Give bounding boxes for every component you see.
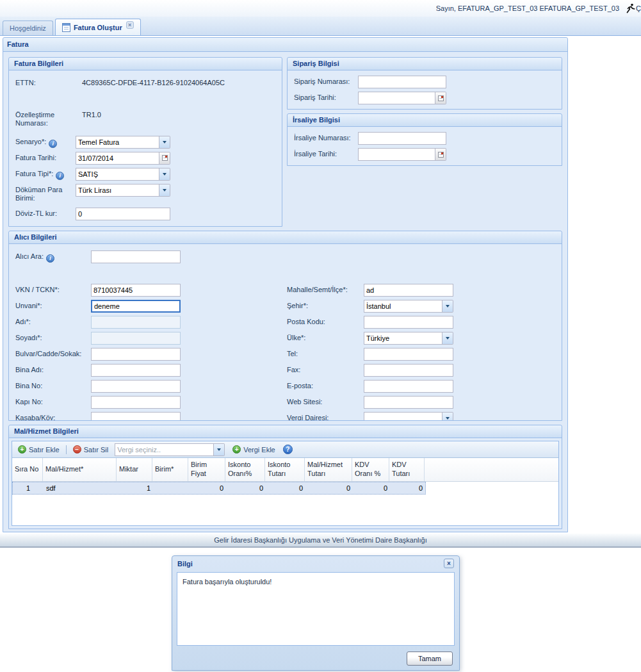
- invoice-date-field[interactable]: [76, 152, 170, 165]
- info-dialog-header: Bilgi ×: [172, 556, 459, 571]
- delete-row-button[interactable]: − Satır Sil: [70, 444, 111, 455]
- title-label: Unvani*:: [15, 300, 91, 310]
- column-header-iskonto-tutari[interactable]: Iskonto Tutarı: [265, 458, 305, 481]
- logout-running-person-icon[interactable]: [626, 3, 636, 13]
- building-no-input[interactable]: [91, 380, 181, 393]
- currency-select-value[interactable]: [76, 184, 159, 197]
- country-label: Ülke*:: [287, 332, 364, 342]
- tax-office-select[interactable]: [364, 412, 453, 421]
- building-name-input[interactable]: [91, 364, 181, 377]
- logout-label[interactable]: Çıkış: [636, 4, 641, 12]
- scenario-info-icon[interactable]: i: [49, 140, 57, 148]
- cell-miktar: 1: [120, 484, 150, 492]
- cell-mal-hizmet-tutari: 0: [308, 484, 350, 492]
- column-header-mal-hizmet-tutari[interactable]: Mal/Hizmet Tutarı: [305, 458, 352, 481]
- country-select[interactable]: [364, 332, 453, 345]
- dialog-close-icon[interactable]: ×: [444, 559, 454, 568]
- customization-number-value: TR1.0: [76, 109, 101, 119]
- scenario-select[interactable]: [76, 136, 170, 149]
- phone-input[interactable]: [364, 348, 453, 361]
- column-header-birim[interactable]: Birim*: [152, 458, 188, 481]
- section-invoice-info: Fatura Bilgileri ETTN: 4C89365C-DFDE-411…: [8, 57, 282, 227]
- last-name-input[interactable]: [91, 332, 181, 345]
- district-label: Mahalle/Semt/İlçe*:: [287, 284, 364, 294]
- currency-label: Döküman Para Birimi:: [15, 184, 76, 202]
- cell-kdv-tutari: 0: [393, 484, 423, 492]
- tax-dropdown-trigger[interactable]: [214, 443, 225, 456]
- column-header-birim-fiyat[interactable]: Birim Fiyat: [188, 458, 225, 481]
- first-name-input[interactable]: [91, 316, 181, 329]
- tab-create-invoice[interactable]: Fatura Oluştur ×: [55, 19, 141, 35]
- order-date-field[interactable]: [358, 92, 446, 104]
- invoice-type-select[interactable]: [76, 168, 170, 181]
- district-input[interactable]: [364, 284, 453, 297]
- panel-title: Fatura: [3, 38, 567, 52]
- website-input[interactable]: [364, 396, 453, 409]
- invoice-type-info-icon[interactable]: i: [56, 172, 64, 180]
- door-no-input[interactable]: [91, 396, 181, 409]
- user-greeting: Sayın, EFATURA_GP_TEST_03 EFATURA_GP_TES…: [436, 4, 619, 12]
- section-order-info: Sipariş Bilgisi Sipariş Numarası: Sipari…: [287, 57, 562, 110]
- scenario-dropdown-trigger[interactable]: [159, 136, 170, 149]
- invoice-date-input[interactable]: [76, 152, 159, 165]
- invoice-type-select-value[interactable]: [76, 168, 159, 181]
- column-header-miktar[interactable]: Miktar: [117, 458, 152, 481]
- dispatch-number-input[interactable]: [358, 132, 446, 145]
- order-date-input[interactable]: [358, 92, 435, 104]
- cell-sira-no: 1: [15, 484, 41, 492]
- city-select-value[interactable]: [364, 300, 442, 313]
- cell-birim-fiyat: 0: [191, 484, 223, 492]
- buyer-search-info-icon[interactable]: i: [46, 254, 54, 263]
- chevron-down-icon: [446, 417, 450, 420]
- tax-office-select-value[interactable]: [364, 412, 442, 421]
- section-dispatch-info: İrsaliye Bilgisi İrsaliye Numarası: İrsa…: [287, 113, 562, 166]
- add-row-button[interactable]: + Satır Ekle: [15, 444, 62, 455]
- column-header-mal-hizmet[interactable]: Mal/Hizmet*: [43, 458, 117, 481]
- ok-button[interactable]: Tamam: [407, 652, 453, 666]
- town-village-input[interactable]: [91, 412, 181, 421]
- column-header-kdv-orani[interactable]: KDV Oranı %: [352, 458, 389, 481]
- chevron-down-icon: [446, 337, 450, 340]
- order-number-input[interactable]: [358, 76, 446, 88]
- dispatch-date-field[interactable]: [358, 148, 446, 161]
- column-header-iskonto-orani[interactable]: Iskonto Oranı%: [225, 458, 265, 481]
- currency-dropdown-trigger[interactable]: [159, 184, 170, 197]
- country-dropdown-trigger[interactable]: [442, 332, 453, 345]
- fax-input[interactable]: [364, 364, 453, 377]
- title-input[interactable]: [91, 300, 181, 313]
- dispatch-date-picker-trigger[interactable]: [435, 148, 446, 161]
- remove-icon: −: [73, 445, 81, 454]
- invoice-type-label: Fatura Tipi*:i: [15, 168, 76, 180]
- tax-select-input[interactable]: [115, 443, 214, 456]
- dispatch-date-input[interactable]: [358, 148, 435, 161]
- exchange-rate-label: Döviz-TL kur:: [15, 208, 76, 218]
- exchange-rate-input[interactable]: [76, 208, 170, 220]
- city-dropdown-trigger[interactable]: [442, 300, 453, 313]
- section-dispatch-info-title: İrsaliye Bilgisi: [288, 114, 562, 127]
- postal-code-input[interactable]: [364, 316, 453, 329]
- town-village-label: Kasaba/Köy:: [15, 412, 91, 421]
- buyer-search-input[interactable]: [91, 250, 181, 263]
- email-input[interactable]: [364, 380, 453, 393]
- country-select-value[interactable]: [364, 332, 442, 345]
- add-tax-button[interactable]: + Vergi Ekle: [230, 444, 278, 455]
- table-row[interactable]: 1 sdf 1 0 0 0 0 0 0: [12, 482, 426, 495]
- invoice-date-picker-trigger[interactable]: [159, 152, 170, 165]
- help-icon[interactable]: ?: [283, 445, 293, 454]
- tab-close-icon[interactable]: ×: [126, 21, 134, 29]
- currency-select[interactable]: [76, 184, 170, 197]
- order-date-picker-trigger[interactable]: [435, 92, 446, 104]
- scenario-select-value[interactable]: [76, 136, 159, 149]
- door-no-label: Kapı No:: [15, 396, 91, 406]
- tax-select[interactable]: [115, 443, 225, 456]
- tax-office-label: Vergi Dairesi:: [287, 412, 364, 421]
- toolbar-separator: [66, 445, 67, 454]
- city-select[interactable]: [364, 300, 453, 313]
- street-input[interactable]: [91, 348, 181, 361]
- column-header-kdv-tutari[interactable]: KDV Tutarı: [389, 458, 425, 481]
- column-header-sira-no[interactable]: Sıra No: [12, 458, 43, 481]
- vkn-tckn-input[interactable]: [91, 284, 181, 297]
- invoice-type-dropdown-trigger[interactable]: [159, 168, 170, 181]
- tab-welcome[interactable]: Hoşgeldiniz: [3, 20, 53, 35]
- tax-office-dropdown-trigger[interactable]: [442, 412, 453, 421]
